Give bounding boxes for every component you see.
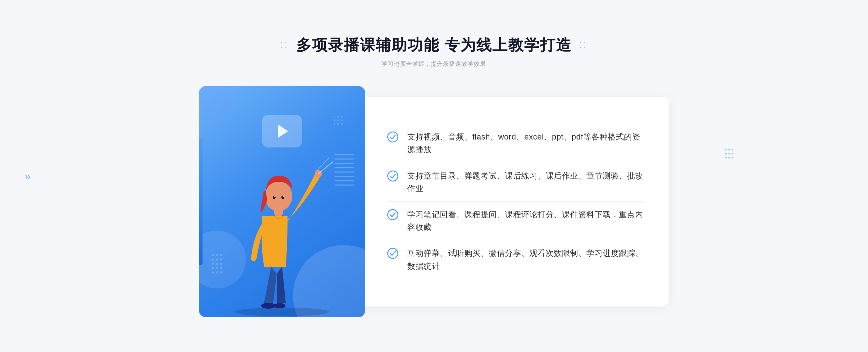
- svg-point-3: [334, 119, 336, 121]
- svg-point-2: [341, 116, 343, 117]
- svg-point-33: [261, 303, 276, 309]
- svg-point-43: [388, 171, 398, 181]
- svg-point-39: [275, 196, 276, 197]
- svg-point-51: [732, 153, 733, 155]
- check-icon-4: [387, 247, 399, 261]
- svg-point-6: [334, 123, 336, 125]
- svg-point-1: [337, 116, 339, 117]
- svg-point-53: [728, 157, 730, 159]
- dots-decor-top-right: [333, 115, 351, 133]
- svg-point-48: [732, 149, 733, 151]
- check-icon-2: [387, 169, 399, 183]
- feature-text-3: 学习笔记回看、课程提问、课程评论打分、课件资料下载，重点内容收藏: [407, 208, 644, 233]
- header-section: ⁚⁚ 多项录播课辅助功能 专为线上教学打造 ⁚⁚ 学习进度全掌握，提升录播课教学…: [280, 35, 588, 68]
- svg-point-23: [212, 263, 214, 265]
- svg-point-50: [728, 153, 730, 155]
- svg-point-26: [212, 267, 214, 269]
- svg-point-27: [216, 267, 218, 269]
- feature-text-4: 互动弹幕、试听购买、微信分享、观看次数限制、学习进度跟踪、数据统计: [407, 247, 644, 272]
- svg-point-21: [216, 258, 218, 261]
- svg-point-52: [725, 157, 727, 159]
- svg-point-45: [388, 248, 398, 258]
- content-wrapper: 支持视频、音频、flash、word、excel、ppt、pdf等各种格式的资源…: [199, 86, 669, 317]
- svg-point-20: [212, 258, 214, 261]
- feature-text-1: 支持视频、音频、flash、word、excel、ppt、pdf等各种格式的资源…: [407, 130, 644, 156]
- page-subtitle: 学习进度全掌握，提升录播课教学效果: [280, 60, 588, 68]
- chevron-decoration: »: [25, 169, 31, 183]
- illustration-panel: [199, 86, 365, 317]
- feature-text-2: 支持章节目录、弹题考试、课后练习、课后作业、章节测验、批改作业: [407, 169, 644, 195]
- feature-item-1: 支持视频、音频、flash、word、excel、ppt、pdf等各种格式的资源…: [387, 124, 644, 162]
- svg-point-18: [216, 254, 218, 256]
- svg-point-54: [732, 157, 733, 159]
- svg-point-8: [341, 123, 343, 125]
- accent-bar: [199, 138, 203, 265]
- svg-point-32: [235, 308, 329, 316]
- svg-point-40: [283, 196, 284, 197]
- svg-point-42: [388, 132, 398, 142]
- features-list: 支持视频、音频、flash、word、excel、ppt、pdf等各种格式的资源…: [387, 124, 644, 279]
- dots-decor-right: [724, 148, 734, 168]
- page-title: 多项录播课辅助功能 专为线上教学打造: [296, 35, 572, 55]
- svg-point-29: [212, 271, 214, 274]
- features-panel: 支持视频、音频、flash、word、excel、ppt、pdf等各种格式的资源…: [354, 97, 669, 306]
- svg-point-49: [725, 153, 727, 155]
- circle-decor-small-blue: [199, 86, 231, 119]
- check-icon-1: [387, 130, 399, 144]
- svg-point-17: [212, 254, 214, 256]
- svg-point-30: [216, 271, 218, 274]
- feature-item-4: 互动弹幕、试听购买、微信分享、观看次数限制、学习进度跟踪、数据统计: [387, 240, 644, 279]
- svg-point-44: [388, 210, 398, 220]
- page-container: » ⁚⁚ 多项录播课辅助功能 专为线上教学打造 ⁚⁚ 学习进度全掌握，提升录播课…: [0, 0, 868, 352]
- feature-item-2: 支持章节目录、弹题考试、课后练习、课后作业、章节测验、批改作业: [387, 163, 644, 201]
- title-dots-right: ⁚⁚: [579, 40, 588, 50]
- svg-point-46: [725, 149, 727, 151]
- play-icon: [278, 125, 288, 138]
- svg-point-24: [216, 263, 218, 265]
- svg-point-5: [341, 119, 343, 121]
- svg-point-0: [334, 116, 336, 117]
- play-bubble: [262, 115, 302, 147]
- svg-point-34: [274, 303, 285, 308]
- check-icon-3: [387, 208, 399, 222]
- svg-point-47: [728, 149, 730, 151]
- svg-point-7: [337, 123, 339, 125]
- title-row: ⁚⁚ 多项录播课辅助功能 专为线上教学打造 ⁚⁚: [280, 35, 588, 55]
- feature-item-3: 学习笔记回看、课程提问、课程评论打分、课件资料下载，重点内容收藏: [387, 201, 644, 240]
- person-illustration: [221, 144, 344, 317]
- title-dots-left: ⁚⁚: [280, 40, 289, 50]
- svg-point-4: [337, 119, 339, 121]
